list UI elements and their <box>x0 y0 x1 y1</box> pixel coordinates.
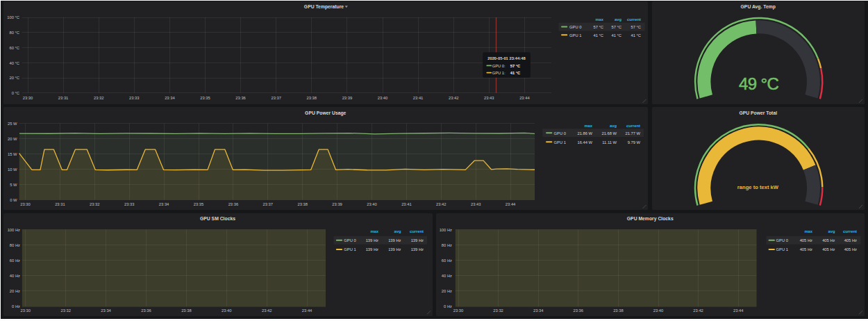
svg-text:23:42: 23:42 <box>262 308 272 313</box>
svg-text:40 Hz: 40 Hz <box>10 274 20 278</box>
svg-text:GPU 0: GPU 0 <box>344 238 356 242</box>
svg-text:20 W: 20 W <box>8 137 17 141</box>
svg-text:23:33: 23:33 <box>124 202 135 206</box>
svg-text:23:41: 23:41 <box>401 202 412 206</box>
svg-text:41 °C: 41 °C <box>593 33 603 38</box>
svg-text:23:44: 23:44 <box>519 96 530 100</box>
svg-text:GPU Avg. Temp: GPU Avg. Temp <box>741 4 776 10</box>
svg-text:20 Hz: 20 Hz <box>442 289 452 293</box>
svg-text:23:32: 23:32 <box>60 308 71 313</box>
svg-text:max: max <box>804 229 812 233</box>
svg-text:100 Hz: 100 Hz <box>440 228 452 232</box>
svg-text:100 Hz: 100 Hz <box>8 228 20 232</box>
svg-text:23:34: 23:34 <box>533 308 544 313</box>
svg-text:GPU Temperature: GPU Temperature <box>304 4 344 10</box>
svg-text:80 Hz: 80 Hz <box>10 243 20 247</box>
svg-text:GPU 0: GPU 0 <box>776 238 788 242</box>
svg-text:57 °C: 57 °C <box>510 64 521 68</box>
svg-text:23:42: 23:42 <box>693 308 703 313</box>
svg-text:23:44: 23:44 <box>506 202 516 206</box>
svg-text:current: current <box>410 229 424 233</box>
svg-text:GPU 1: GPU 1 <box>344 247 356 252</box>
svg-text:23:35: 23:35 <box>200 96 210 100</box>
svg-text:current: current <box>626 124 640 128</box>
svg-text:current: current <box>843 229 857 233</box>
svg-text:range to text kW: range to text kW <box>737 184 779 190</box>
svg-text:57 °C: 57 °C <box>593 25 603 29</box>
svg-text:23:43: 23:43 <box>484 96 494 100</box>
svg-text:23:39: 23:39 <box>342 96 353 100</box>
svg-text:41 °C: 41 °C <box>611 33 621 38</box>
svg-text:max: max <box>595 17 603 22</box>
svg-text:GPU SM Clocks: GPU SM Clocks <box>200 216 235 221</box>
svg-text:max: max <box>370 229 378 233</box>
svg-text:23:32: 23:32 <box>493 308 503 313</box>
svg-text:23:30: 23:30 <box>23 96 33 100</box>
svg-text:9.79 W: 9.79 W <box>628 140 641 145</box>
svg-text:23:42: 23:42 <box>436 202 446 206</box>
svg-text:avg: avg <box>828 229 835 233</box>
svg-text:23:40: 23:40 <box>378 96 388 100</box>
svg-text:23:39: 23:39 <box>332 202 342 206</box>
svg-text:23:40: 23:40 <box>222 308 232 313</box>
svg-text:23:31: 23:31 <box>55 202 65 206</box>
svg-text:23:34: 23:34 <box>101 308 111 313</box>
svg-text:2020-05-01 23:44:48: 2020-05-01 23:44:48 <box>487 56 526 60</box>
svg-text:23:40: 23:40 <box>367 202 377 206</box>
svg-text:15 W: 15 W <box>8 152 17 156</box>
svg-text:80 Hz: 80 Hz <box>442 243 452 247</box>
svg-text:23:40: 23:40 <box>653 308 664 313</box>
svg-text:GPU 0: GPU 0 <box>554 131 566 135</box>
svg-text:23:32: 23:32 <box>90 202 100 206</box>
svg-text:60 °C: 60 °C <box>9 46 19 50</box>
svg-text:23:35: 23:35 <box>194 202 204 206</box>
svg-text:60 Hz: 60 Hz <box>442 258 452 263</box>
svg-text:20 °C: 20 °C <box>9 76 19 80</box>
svg-text:139 Hz: 139 Hz <box>388 238 401 242</box>
svg-text:23:37: 23:37 <box>263 202 274 206</box>
svg-text:23:42: 23:42 <box>449 96 459 100</box>
svg-text:10 W: 10 W <box>8 167 17 172</box>
svg-text:23:38: 23:38 <box>181 308 192 313</box>
svg-text:405 Hz: 405 Hz <box>822 238 835 242</box>
svg-text:60 Hz: 60 Hz <box>10 258 20 263</box>
svg-text:23:36: 23:36 <box>228 202 239 206</box>
svg-text:avg: avg <box>615 17 621 22</box>
svg-text:49 °C: 49 °C <box>739 74 779 93</box>
svg-text:23:33: 23:33 <box>129 96 140 100</box>
svg-text:11.11 W: 11.11 W <box>602 140 617 145</box>
svg-text:20 Hz: 20 Hz <box>10 289 20 293</box>
svg-text:23:37: 23:37 <box>271 96 281 100</box>
svg-text:23:36: 23:36 <box>235 96 246 100</box>
svg-text:GPU Power Total: GPU Power Total <box>739 110 777 115</box>
svg-text:23:34: 23:34 <box>159 202 169 206</box>
svg-text:21.68 W: 21.68 W <box>601 131 617 135</box>
svg-text:139 Hz: 139 Hz <box>411 247 424 252</box>
svg-text:405 Hz: 405 Hz <box>800 238 812 242</box>
svg-text:23:32: 23:32 <box>94 96 104 100</box>
svg-text:23:38: 23:38 <box>297 202 308 206</box>
svg-text:23:31: 23:31 <box>58 96 69 100</box>
svg-text:21.77 W: 21.77 W <box>625 131 640 135</box>
svg-text:0 °C: 0 °C <box>12 91 19 95</box>
svg-text:23:30: 23:30 <box>20 202 31 206</box>
svg-text:23:38: 23:38 <box>307 96 317 100</box>
svg-text:GPU 1: GPU 1 <box>569 33 581 38</box>
svg-text:23:30: 23:30 <box>21 308 31 313</box>
svg-text:405 Hz: 405 Hz <box>844 238 857 242</box>
svg-text:GPU 1:: GPU 1: <box>492 71 506 75</box>
svg-text:57 °C: 57 °C <box>631 25 641 29</box>
svg-text:GPU 0: GPU 0 <box>569 25 581 29</box>
svg-text:23:36: 23:36 <box>574 308 584 313</box>
svg-text:139 Hz: 139 Hz <box>388 247 401 252</box>
svg-text:23:36: 23:36 <box>141 308 151 313</box>
svg-text:100 °C: 100 °C <box>7 15 19 19</box>
svg-text:0 Hz: 0 Hz <box>12 304 20 308</box>
svg-text:0 Hz: 0 Hz <box>444 304 452 308</box>
svg-text:GPU Memory Clocks: GPU Memory Clocks <box>627 216 674 222</box>
svg-text:23:43: 23:43 <box>471 202 481 206</box>
svg-text:23:41: 23:41 <box>413 96 424 100</box>
svg-text:40 Hz: 40 Hz <box>442 274 452 278</box>
svg-text:139 Hz: 139 Hz <box>366 247 378 252</box>
svg-text:GPU 1: GPU 1 <box>554 140 566 145</box>
